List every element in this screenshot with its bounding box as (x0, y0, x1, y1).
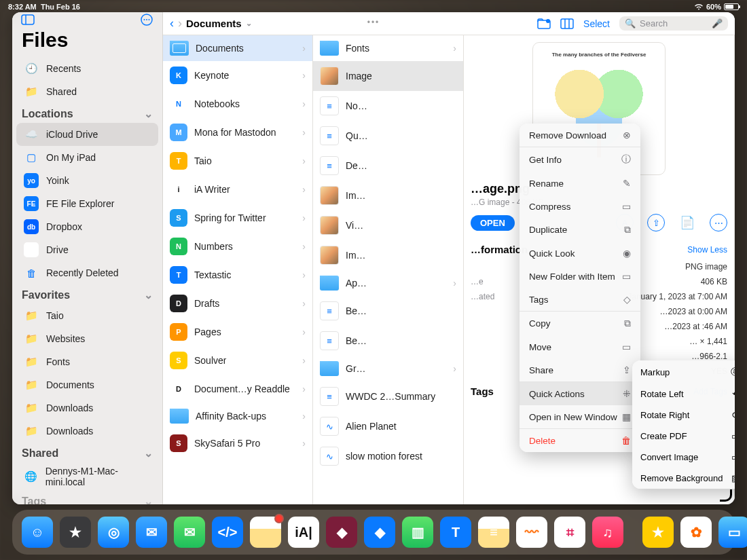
list-item[interactable]: iiA Writer› (163, 175, 312, 204)
mic-icon[interactable]: 🎤 (712, 18, 723, 29)
select-button[interactable]: Select (583, 18, 610, 29)
dock-app-freeform[interactable]: 〰 (516, 517, 547, 548)
list-item[interactable]: NNotebooks› (163, 90, 312, 118)
list-item[interactable]: Im… (313, 240, 463, 270)
search-field[interactable]: 🔍 Search 🎤 (619, 16, 728, 31)
list-item[interactable]: TTaio› (163, 147, 312, 175)
sidebar-item[interactable]: 📁Documents (16, 373, 158, 396)
dock-app-messages[interactable]: ✉ (174, 517, 205, 548)
context-menu-item[interactable]: Remove Download⊗ (520, 124, 640, 147)
context-menu-item[interactable]: Compress▭ (520, 195, 640, 218)
dock-app-notes[interactable] (250, 517, 281, 548)
back-button[interactable]: ‹ (170, 16, 174, 31)
list-item[interactable]: Vi… (313, 210, 463, 240)
quick-action-item[interactable]: Rotate Left⟲ (632, 384, 735, 405)
context-menu-item[interactable]: Open in New Window▦ (520, 405, 640, 428)
sidebar-item[interactable]: 📁Shared (16, 80, 158, 103)
sidebar-item[interactable]: 🕘Recents (16, 57, 158, 80)
dock-app-safari[interactable]: ◎ (98, 517, 129, 548)
list-item[interactable]: NNumbers› (163, 232, 312, 261)
dock-app-finder[interactable]: ☺ (22, 517, 53, 548)
favorites-header[interactable]: Favorites⌄ (12, 284, 162, 304)
dock-app-photos[interactable]: ✿ (680, 517, 712, 548)
sidebar-item[interactable]: 🗑Recently Deleted (16, 261, 158, 284)
sidebar-item[interactable]: 🌐Dennys-M1-Mac-mini.local (16, 462, 158, 491)
list-item[interactable]: ≡Be… (313, 296, 463, 326)
dock-app-drop-over[interactable]: ★ (60, 517, 91, 548)
list-item[interactable]: ∿Alien Planet (313, 411, 463, 441)
list-item[interactable]: DDocument…y Readdle› (163, 375, 312, 403)
dock-app-files[interactable]: ▭ (718, 517, 747, 548)
list-item[interactable]: DDrafts› (163, 289, 312, 318)
dock-app-notes2[interactable]: ≡ (478, 517, 509, 548)
context-menu-item[interactable]: Copy⧉ (520, 312, 640, 335)
list-item[interactable]: Ap…› (313, 270, 463, 296)
quick-action-item[interactable]: Markupⓐ (632, 360, 735, 384)
shared-header[interactable]: Shared⌄ (12, 443, 162, 462)
show-less-button[interactable]: Show Less (687, 245, 727, 255)
sidebar-item[interactable]: 📁Downloads (16, 396, 158, 419)
context-menu-item[interactable]: Get Infoⓘ (520, 147, 640, 172)
context-menu-item[interactable]: Quick Actions⁜ (520, 382, 640, 405)
context-menu-item[interactable]: Quick Look◉ (520, 242, 640, 265)
sidebar-item[interactable]: 📁Downloads (16, 419, 158, 443)
list-item[interactable]: PPages› (163, 318, 312, 346)
sidebar-item[interactable]: 📁Taio (16, 304, 158, 327)
list-item[interactable]: ∿slow motion forest (313, 441, 463, 471)
multitask-handle[interactable]: ••• (367, 18, 380, 27)
sidebar-item[interactable]: yoYoink (16, 169, 158, 192)
sidebar-item[interactable]: 📁Fonts (16, 350, 158, 373)
list-item[interactable]: Documents› (163, 35, 312, 61)
quick-action-item[interactable]: Create PDF▭ (632, 426, 735, 447)
list-item[interactable]: Affinity Back-ups› (163, 403, 312, 429)
list-item[interactable]: ≡Qu… (313, 121, 463, 151)
list-item[interactable]: SSpring for Twitter› (163, 204, 312, 232)
list-item[interactable]: Fonts› (313, 35, 463, 61)
tags-header[interactable]: Tags⌄ (12, 491, 162, 504)
list-item[interactable]: Image (313, 61, 463, 91)
list-item[interactable]: SSkySafari 5 Pro› (163, 429, 312, 458)
dock-app-numbers[interactable]: ▥ (402, 517, 433, 548)
dock-app-music[interactable]: ♫ (592, 517, 623, 548)
context-menu-item[interactable]: Tags◇ (520, 288, 640, 311)
context-menu-item[interactable]: New Folder with Item▭ (520, 265, 640, 288)
list-item[interactable]: Im… (313, 181, 463, 210)
dock-app-mail[interactable]: ✉ (136, 517, 167, 548)
dock-app-slack[interactable]: ⌗ (554, 517, 585, 548)
dock-app-tips[interactable]: ★ (642, 517, 674, 548)
context-menu-item[interactable]: Rename✎ (520, 172, 640, 195)
context-menu-item[interactable]: Share⇪ (520, 358, 640, 381)
list-item[interactable]: ≡Be… (313, 326, 463, 356)
list-item[interactable]: ≡De… (313, 151, 463, 181)
share-icon[interactable]: ⇧ (647, 214, 665, 231)
sidebar-item[interactable]: 📁Websites (16, 327, 158, 350)
dock-app-affinity-d[interactable]: ◆ (364, 517, 395, 548)
open-button[interactable]: OPEN (471, 215, 515, 231)
list-item[interactable]: KKeynote› (163, 61, 312, 90)
sidebar-item[interactable]: gdDrive (16, 238, 158, 261)
more-icon[interactable]: ⋯ (710, 214, 727, 231)
dock-app-vscode[interactable]: </> (212, 517, 243, 548)
list-item[interactable]: SSoulver› (163, 346, 312, 375)
dock-app-things[interactable]: T (440, 517, 471, 548)
locations-header[interactable]: Locations⌄ (12, 103, 162, 123)
list-item[interactable]: TTextastic› (163, 261, 312, 289)
sidebar-item[interactable]: FEFE File Explorer (16, 192, 158, 215)
context-menu-item[interactable]: Duplicate⧉ (520, 218, 640, 242)
dock-app-ia-writer[interactable]: iA| (288, 517, 319, 548)
new-folder-icon[interactable] (537, 18, 551, 29)
view-columns-icon[interactable] (560, 18, 574, 29)
list-item[interactable]: ≡No… (313, 91, 463, 121)
sidebar-item[interactable]: dbDropbox (16, 215, 158, 238)
sidebar-toggle-icon[interactable] (20, 12, 35, 27)
list-item[interactable]: ≡WWDC 2…Summary (313, 381, 463, 411)
list-item[interactable]: Gr…› (313, 356, 463, 381)
doc-icon[interactable]: 📄 (678, 214, 696, 231)
quick-action-item[interactable]: Convert Image▭ (632, 447, 735, 468)
sidebar-more-icon[interactable] (139, 12, 154, 27)
sidebar-item[interactable]: ☁️iCloud Drive (16, 123, 158, 146)
context-menu-item[interactable]: Delete🗑 (520, 429, 640, 452)
quick-action-item[interactable]: Rotate Right⟳ (632, 405, 735, 426)
breadcrumb[interactable]: Documents⌄ (186, 18, 252, 29)
context-menu-item[interactable]: Move▭ (520, 335, 640, 358)
